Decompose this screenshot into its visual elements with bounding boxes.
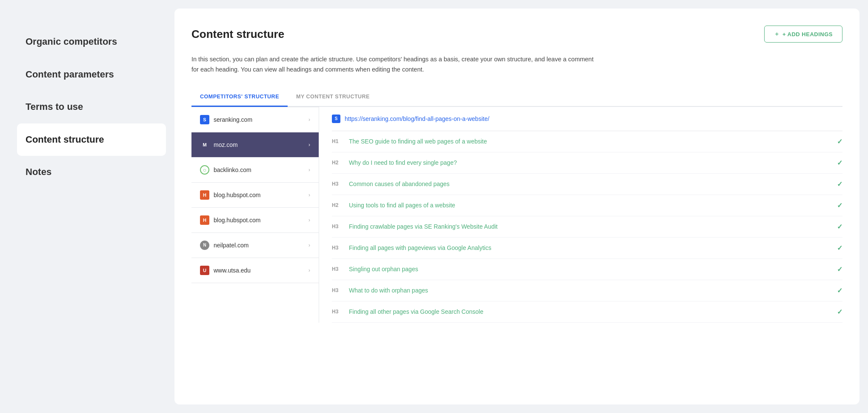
chevron-icon: › — [308, 242, 310, 248]
competitor-utsa[interactable]: U www.utsa.edu › — [191, 258, 319, 283]
sidebar-item-organic-competitors[interactable]: Organic competitors — [26, 26, 157, 58]
heading-tag: H2 — [332, 202, 342, 208]
heading-row: H3Singling out orphan pages✓ — [332, 259, 842, 280]
hubspot1-icon: H — [200, 190, 209, 200]
heading-tag: H3 — [332, 181, 342, 187]
heading-row: H3Finding crawlable pages via SE Ranking… — [332, 216, 842, 238]
main-header: Content structure ＋ + ADD HEADINGS — [191, 26, 842, 43]
chevron-icon: › — [308, 267, 310, 273]
description-text: In this section, you can plan and create… — [191, 54, 600, 75]
tab-competitors-structure[interactable]: COMPETITORS' STRUCTURE — [191, 89, 288, 107]
chevron-icon: › — [308, 217, 310, 223]
competitor-neilpatel[interactable]: N neilpatel.com › — [191, 233, 319, 258]
heading-row: H3Finding all other pages via Google Sea… — [332, 301, 842, 323]
heading-tag: H3 — [332, 287, 342, 293]
moz-icon: M — [200, 140, 209, 149]
check-icon: ✓ — [837, 223, 842, 231]
heading-row: H1The SEO guide to finding all web pages… — [332, 131, 842, 152]
heading-row: H3Common causes of abandoned pages✓ — [332, 174, 842, 195]
heading-tag: H3 — [332, 224, 342, 229]
seranking-icon: S — [200, 115, 209, 124]
utsa-icon: U — [200, 266, 209, 275]
heading-text: Finding crawlable pages via SE Ranking's… — [349, 223, 830, 230]
heading-text: Why do I need to find every single page? — [349, 159, 830, 166]
chevron-icon: › — [308, 142, 310, 148]
check-icon: ✓ — [837, 159, 842, 167]
heading-tag: H2 — [332, 160, 342, 166]
heading-text: Using tools to find all pages of a websi… — [349, 202, 830, 209]
utsa-name: www.utsa.edu — [214, 267, 251, 274]
heading-tag: H3 — [332, 266, 342, 272]
competitor-backlinko[interactable]: ○ backlinko.com › — [191, 158, 319, 183]
competitor-moz[interactable]: M moz.com › — [191, 132, 319, 158]
headings-list: H1The SEO guide to finding all web pages… — [332, 131, 842, 323]
headings-panel: S https://seranking.com/blog/find-all-pa… — [319, 107, 842, 323]
sidebar: Organic competitors Content parameters T… — [0, 0, 174, 413]
active-url-link[interactable]: https://seranking.com/blog/find-all-page… — [345, 115, 489, 122]
check-icon: ✓ — [837, 244, 842, 252]
content-panels: S seranking.com › M moz.com › ○ backlink… — [191, 107, 842, 323]
sidebar-item-notes[interactable]: Notes — [26, 156, 157, 189]
check-icon: ✓ — [837, 287, 842, 295]
url-site-icon: S — [332, 115, 340, 123]
competitor-hubspot2[interactable]: H blog.hubspot.com › — [191, 208, 319, 233]
check-icon: ✓ — [837, 180, 842, 188]
chevron-icon: › — [308, 117, 310, 123]
plus-icon: ＋ — [774, 30, 780, 38]
seranking-name: seranking.com — [214, 116, 252, 123]
tab-my-content-structure[interactable]: MY CONTENT STRUCTURE — [288, 89, 378, 107]
neilpatel-name: neilpatel.com — [214, 242, 249, 249]
check-icon: ✓ — [837, 201, 842, 209]
page-title: Content structure — [191, 28, 284, 41]
heading-row: H3What to do with orphan pages✓ — [332, 280, 842, 301]
sidebar-item-terms-to-use[interactable]: Terms to use — [26, 91, 157, 123]
backlinko-name: backlinko.com — [214, 166, 251, 173]
heading-text: Common causes of abandoned pages — [349, 181, 830, 187]
hubspot2-icon: H — [200, 215, 209, 225]
sidebar-item-content-structure[interactable]: Content structure — [17, 123, 166, 156]
heading-tag: H1 — [332, 138, 342, 144]
sidebar-item-content-parameters[interactable]: Content parameters — [26, 58, 157, 91]
heading-text: Singling out orphan pages — [349, 266, 830, 272]
heading-row: H3Finding all pages with pageviews via G… — [332, 238, 842, 259]
heading-text: What to do with orphan pages — [349, 287, 830, 294]
check-icon: ✓ — [837, 265, 842, 273]
check-icon: ✓ — [837, 308, 842, 316]
heading-tag: H3 — [332, 245, 342, 251]
main-content: Content structure ＋ + ADD HEADINGS In th… — [174, 9, 859, 404]
neilpatel-icon: N — [200, 241, 209, 250]
tabs-bar: COMPETITORS' STRUCTURE MY CONTENT STRUCT… — [191, 89, 842, 107]
heading-text: Finding all pages with pageviews via Goo… — [349, 244, 830, 251]
heading-row: H2Using tools to find all pages of a web… — [332, 195, 842, 216]
heading-row: H2Why do I need to find every single pag… — [332, 152, 842, 174]
hubspot2-name: blog.hubspot.com — [214, 217, 261, 224]
competitor-hubspot1[interactable]: H blog.hubspot.com › — [191, 183, 319, 208]
backlinko-icon: ○ — [200, 165, 209, 175]
heading-text: The SEO guide to finding all web pages o… — [349, 138, 830, 145]
heading-tag: H3 — [332, 309, 342, 315]
competitor-seranking[interactable]: S seranking.com › — [191, 107, 319, 132]
add-headings-button[interactable]: ＋ + ADD HEADINGS — [764, 26, 842, 43]
chevron-icon: › — [308, 167, 310, 173]
heading-text: Finding all other pages via Google Searc… — [349, 308, 830, 315]
competitor-list: S seranking.com › M moz.com › ○ backlink… — [191, 107, 319, 323]
check-icon: ✓ — [837, 138, 842, 146]
url-bar: S https://seranking.com/blog/find-all-pa… — [332, 107, 842, 131]
moz-name: moz.com — [214, 141, 238, 148]
hubspot1-name: blog.hubspot.com — [214, 192, 261, 198]
chevron-icon: › — [308, 192, 310, 198]
